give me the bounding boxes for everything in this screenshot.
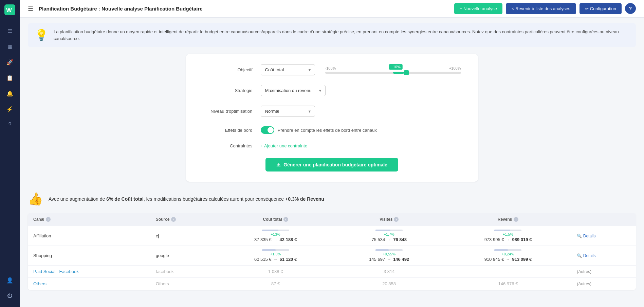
slider-fill [393,72,404,74]
result-text-pre: Avec une augmentation de [49,196,106,202]
add-constraint-link[interactable]: + Ajouter une contrainte [261,143,308,148]
help-button[interactable]: ? [625,3,636,14]
result-banner: 👍 Avec une augmentation de 6% de Coût to… [28,192,636,206]
sidebar-item-tuning[interactable]: ⚡ [3,103,16,115]
th-actions [571,213,636,226]
sidebar-item-reports[interactable]: 📋 [3,71,16,84]
generate-button[interactable]: ⚠ Générer une planification budgétaire o… [265,158,398,171]
slider-thumb[interactable] [404,70,409,75]
td-visits-1: +0,55% 145 697 → 146 492 [334,246,445,266]
result-text-mid: , les modifications budgétaires calculée… [144,196,285,202]
td-visits-3: 20 858 [334,278,445,290]
td-cost-2: 1 088 € [217,266,333,278]
info-banner-text: La planification budgétaire donne un moy… [54,29,629,42]
metric-values-cost-0: 37 335 € → 42 188 € [254,237,297,242]
sidebar-item-user[interactable]: 👤 [3,274,16,287]
metric-to-rev-0: 989 019 € [512,237,532,242]
th-cout-label: Coût total [263,217,282,222]
td-visits-0: +1,7% 75 534 → 76 848 [334,226,445,246]
metric-simple-rev-3: 146 976 € [498,281,518,286]
result-highlight1: 6% de Coût total [106,196,144,202]
metric-pct-cost-1: +1,0% [270,252,281,256]
objectif-control-area: Coût total Revenu Visites ▼ -100% +100% [261,64,464,75]
td-action: 🔍 Details [571,226,636,246]
td-canal: Shopping [28,246,150,266]
effets-toggle-label: Prendre en compte les effets de bord ent… [278,128,377,133]
new-analysis-button[interactable]: + Nouvelle analyse [454,3,502,14]
hamburger-icon: ☰ [7,28,12,34]
main-area: ☰ Planification Budgétaire : Nouvelle an… [20,0,644,307]
metric-bar-fill-visits-0 [375,230,390,231]
details-link[interactable]: 🔍 Details [577,234,630,238]
metric-block-visits-0: +1,7% 75 534 → 76 848 [339,230,439,242]
arrow-right-icon: → [506,257,510,262]
metric-simple-rev-2: - [507,269,509,274]
objectif-row: Objectif Coût total Revenu Visites ▼ -10 [200,64,464,75]
arrow-right-icon: → [274,257,278,262]
effets-row: Effets de bord Prendre en compte les eff… [200,126,464,134]
metric-simple-visits-3: 20 858 [382,281,396,286]
td-action: (Autres) [571,278,636,290]
metric-block-cost-1: +1,0% 60 515 € → 61 120 € [223,249,328,262]
metric-to-rev-1: 913 099 € [512,257,532,262]
sidebar-item-dashboard[interactable]: ▦ [3,40,16,53]
th-source-info-icon: i [171,217,176,222]
th-canal-info-icon: i [46,217,51,222]
th-cout: Coût total i [217,213,333,226]
sidebar-item-logout[interactable]: ⏻ [3,289,16,302]
td-canal: Paid Social - Facebook [28,266,150,278]
metric-bar-visits-0 [375,230,403,231]
niveau-control-area: Normal Avancé ▼ [261,106,464,117]
slider-track: +10% [325,72,461,74]
niveau-label: Niveau d'optimisation [200,109,261,114]
form-card: Objectif Coût total Revenu Visites ▼ -10 [186,54,478,182]
sidebar-item-alerts[interactable]: 🔔 [3,87,16,100]
effets-toggle[interactable] [261,126,274,134]
niveau-select[interactable]: Normal Avancé [261,106,315,117]
results-table-container: Canal i Source i Coût to [28,213,636,290]
metric-pct-visits-1: +0,55% [383,252,395,256]
details-link[interactable]: 🔍 Details [577,253,630,258]
table-row: Paid Social - Facebookfacebook1 088 €3 8… [28,266,636,278]
strategie-row: Strategie Maximisation du revenu Maximis… [200,85,464,96]
th-revenu: Revenu i [445,213,572,226]
strategie-select[interactable]: Maximisation du revenu Maximisation des … [261,85,326,96]
effets-toggle-wrapper: Prendre en compte les effets de bord ent… [261,126,377,134]
rocket-icon: 🚀 [6,59,13,66]
sidebar-item-help[interactable]: ? [3,118,16,131]
tuning-icon: ⚡ [6,106,13,112]
table-row: Shoppinggoogle +1,0% 60 515 € → 61 120 € [28,246,636,266]
metric-bar-rev-0 [494,230,521,231]
configuration-button[interactable]: ✏ Configuration [579,3,622,14]
sidebar-item-campaigns[interactable]: 🚀 [3,56,16,69]
question-icon: ? [8,122,12,128]
info-banner: 💡 La planification budgétaire donne un m… [28,23,636,47]
metric-values-visits-0: 75 534 → 76 848 [371,237,407,242]
canal-link[interactable]: Others [33,281,47,286]
td-rev-3: 146 976 € [445,278,572,290]
sidebar-item-menu[interactable]: ☰ [3,24,16,37]
td-cost-1: +1,0% 60 515 € → 61 120 € [217,246,333,266]
metric-bar-rev-1 [494,249,521,251]
th-revenu-info-icon: i [514,217,518,222]
td-canal: Others [28,278,150,290]
arrow-right-icon: → [387,237,391,242]
metric-simple-visits-2: 3 814 [384,269,395,274]
metric-pct-cost-0: +13% [271,232,280,236]
metric-values-rev-0: 973 995 € → 989 019 € [484,237,532,242]
objectif-slider[interactable]: -100% +100% +10% [322,66,464,74]
thumbs-up-icon: 👍 [28,192,43,206]
metric-from-rev-1: 910 945 € [484,257,504,262]
metric-to-visits-0: 76 848 [393,237,407,242]
metric-to-cost-1: 61 120 € [280,257,297,262]
back-to-list-button[interactable]: < Revenir à liste des analyses [506,3,576,14]
metric-pct-rev-0: +1,5% [503,232,514,236]
canal-link[interactable]: Paid Social - Facebook [33,269,79,274]
contraintes-label: Contraintes [200,143,261,148]
objectif-select[interactable]: Coût total Revenu Visites [261,64,315,75]
content-area: 💡 La planification budgétaire donne un m… [20,18,644,307]
menu-toggle-icon[interactable]: ☰ [28,5,33,13]
th-source: Source i [150,213,218,226]
arrow-right-icon: → [274,237,278,242]
th-canal-label: Canal [33,217,44,222]
